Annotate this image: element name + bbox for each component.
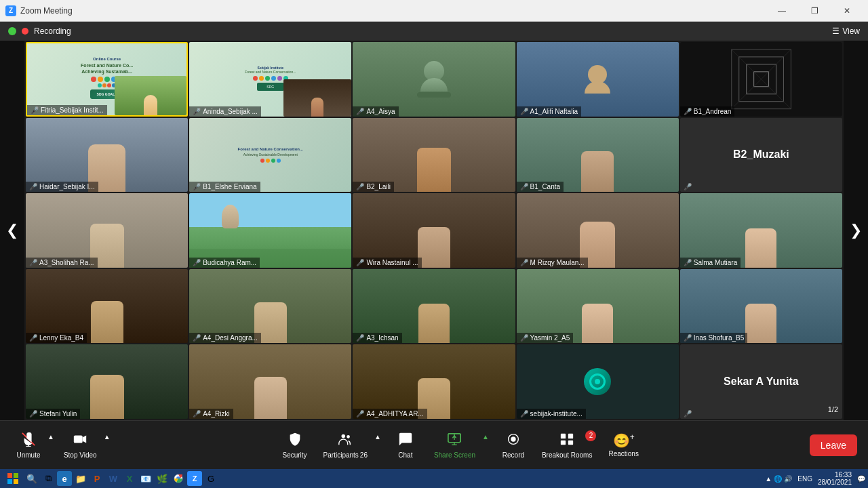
taskbar-outlook[interactable]: 📧 [138,471,153,486]
participant-name: 🎤 Fitria_Sebijak Instit... [27,105,107,115]
record-button[interactable]: Record [496,429,531,462]
record-label: Record [502,451,524,459]
participant-name: 🎤 [680,409,695,419]
participant-cell: 🎤 B1_Andrean [680,42,842,117]
participant-name: 🎤 Haidar_Sebijak I... [26,182,98,192]
svg-rect-22 [561,440,566,444]
unmute-button[interactable]: Unmute [11,429,46,462]
participants-button[interactable]: Participants 26 [318,429,373,462]
grid-icon: ☰ [832,26,840,36]
svg-rect-23 [568,440,573,444]
taskbar-excel[interactable]: X [122,471,137,486]
view-button[interactable]: ☰ View [832,26,860,36]
taskbar-chrome[interactable] [171,471,186,486]
leave-button[interactable]: Leave [810,434,857,456]
unmute-chevron[interactable]: ▲ [46,433,56,441]
mic-muted-icon: 🎤 [193,108,201,115]
participant-name: 🎤 Salma Mutiara [680,258,741,268]
mic-muted-icon: 🎤 [520,334,528,342]
svg-point-19 [511,436,515,441]
security-button[interactable]: Security [277,429,312,462]
mic-muted-icon: 🎤 [520,183,528,190]
taskbar-edge[interactable]: e [57,471,72,486]
taskbar-explorer[interactable]: 📁 [73,471,88,486]
chat-button[interactable]: Chat [388,429,423,462]
share-screen-icon [447,432,462,450]
restore-button[interactable]: ❒ [799,0,830,22]
participant-name: 🎤 Yasmin 2_A5 [517,333,574,343]
mic-muted-icon: 🎤 [684,259,692,266]
participants-icon [338,432,353,450]
reactions-icon: 😊+ [613,432,635,449]
stop-video-button[interactable]: Stop Video [58,429,102,462]
system-tray: ▲ 🌐 🔊 [765,475,792,483]
taskbar: 🔍 ⧉ e 📁 P W X 📧 🌿 Z G ▲ 🌐 🔊 ENG 16:3 [0,469,868,488]
taskbar-search[interactable]: 🔍 [24,471,39,486]
mic-muted-icon: 🎤 [193,183,201,190]
share-chevron[interactable]: ▲ [481,433,490,441]
svg-point-11 [342,434,346,438]
taskbar-word[interactable]: W [106,471,121,486]
mic-muted-icon: 🎤 [193,334,201,342]
participant-name: 🎤 Inas Shofura_B5 [680,333,748,343]
participant-name: 🎤 A3_Sholihah Ra... [26,258,98,268]
network-icon: 🌐 [774,475,782,483]
mic-muted-icon: 🎤 [29,334,37,342]
start-button[interactable] [3,469,23,488]
svg-rect-21 [568,433,573,438]
recording-status: Recording [34,26,71,36]
participant-name: 🎤 A1_Alifi Naftalia [517,106,582,117]
share-screen-button[interactable]: Share Screen [429,429,481,462]
participant-cell: 🎤 Salma Mutiara [680,193,842,268]
taskbar-app1[interactable]: 🌿 [155,471,170,486]
video-chevron[interactable]: ▲ [102,433,112,441]
mic-muted-icon: 🎤 [520,410,528,418]
participant-name: 🎤 [680,182,695,192]
mic-icon [21,432,36,450]
participant-name: 🎤 A4_ADHITYA AR... [353,409,427,419]
mic-muted-icon: 🎤 [356,410,364,418]
close-button[interactable]: ✕ [831,0,863,22]
mic-muted-icon: 🎤 [29,183,37,190]
participants-chevron[interactable]: ▲ [373,433,382,441]
participant-cell: 🎤 A1_Alifi Naftalia [517,42,679,117]
participant-display-name: B2_Muzaki [733,148,789,161]
minimize-button[interactable]: — [766,0,797,22]
chat-icon [398,432,413,450]
reactions-label: Reactions [608,450,638,458]
participant-name: 🎤 Budicahya Ram... [189,258,260,268]
participant-cell: 🎤 B2_Laili [353,118,515,192]
breakout-rooms-button[interactable]: 2 Breakout Rooms [536,429,597,462]
mic-muted-icon: 🎤 [684,410,692,418]
mic-muted-icon: 🎤 [356,183,364,190]
participant-cell: Forest and Nature Conservation... Achiev… [189,118,351,192]
shield-icon [288,432,302,450]
participant-cell: 🎤 Wira Nastainul ... [353,193,515,268]
taskbar-app2[interactable]: G [203,471,218,486]
participant-name: 🎤 B2_Laili [353,182,394,192]
main-area: ❮ 1/2 Online Course Forest and Nature Co… [0,41,868,420]
svg-rect-27 [14,479,18,484]
clock: 16:33 28/01/2021 [818,471,852,486]
svg-rect-9 [74,435,83,443]
mic-muted-icon: 🎤 [684,183,692,190]
language-indicator: ENG [797,475,812,483]
next-page-button[interactable]: ❯ [844,41,868,420]
toolbar: Unmute ▲ Stop Video ▲ [0,420,868,469]
notification-icon[interactable]: 💬 [857,475,865,483]
taskbar-task-view[interactable]: ⧉ [41,471,56,486]
record-icon [506,432,521,450]
stop-video-label: Stop Video [64,451,97,459]
participant-cell: 🎤 A4_ADHITYA AR... [353,344,515,419]
participant-cell: 🎤 A3_Ichsan [353,269,515,344]
tray-arrow[interactable]: ▲ [765,475,772,483]
taskbar-powerpoint[interactable]: P [90,471,104,486]
participant-name: 🎤 B1_Elshe Erviana [189,182,260,192]
mic-muted-icon: 🎤 [684,108,692,115]
prev-page-button[interactable]: ❮ [0,41,24,420]
svg-rect-24 [7,473,12,478]
participant-name: 🎤 sebijak-institute... [517,409,586,419]
taskbar-zoom[interactable]: Z [187,471,202,486]
svg-rect-25 [14,473,18,478]
reactions-button[interactable]: 😊+ Reactions [603,430,644,460]
